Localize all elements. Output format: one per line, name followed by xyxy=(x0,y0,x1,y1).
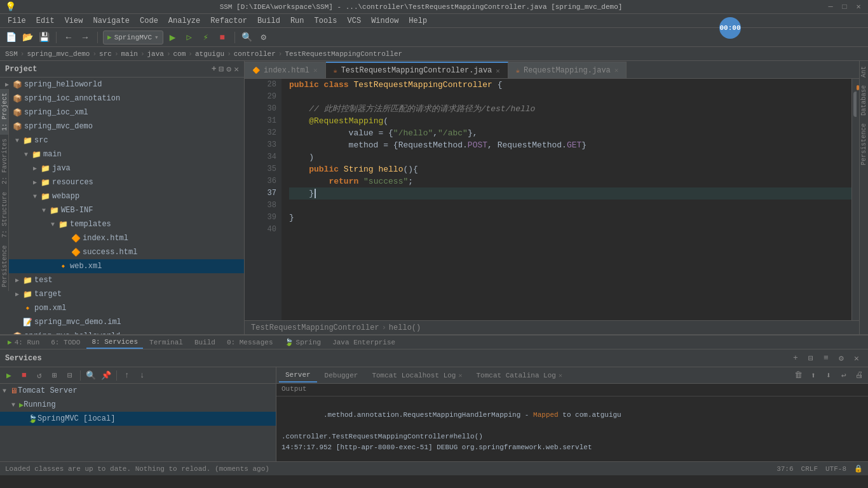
output-tab-server[interactable]: Server xyxy=(279,369,317,383)
services-run-button[interactable]: ▶ xyxy=(3,369,15,382)
tab-requestmapping[interactable]: ☕ RequestMapping.java ✕ xyxy=(508,62,627,78)
tree-item-java[interactable]: ▶ 📁 java xyxy=(0,161,244,175)
services-collapse-button[interactable]: ⊟ xyxy=(64,369,76,382)
run-button[interactable]: ▶ xyxy=(166,30,180,44)
menu-refactor[interactable]: Refactor xyxy=(205,15,252,27)
side-panel-project[interactable]: 1: Project xyxy=(0,89,8,135)
tree-item-resources[interactable]: ▶ 📁 resources xyxy=(0,175,244,189)
gear-icon[interactable]: ⚙ xyxy=(226,64,231,74)
scrollbar[interactable] xyxy=(851,79,859,320)
output-clear-button[interactable]: 🗑 xyxy=(792,369,804,382)
tree-item-target[interactable]: ▶ 📁 target xyxy=(0,287,244,301)
side-panel-persistence[interactable]: Persistence xyxy=(0,241,8,291)
collapse-button[interactable]: ⊟ xyxy=(219,64,224,74)
tree-item-spring-mvc-demo[interactable]: ▼ 📦 spring_mvc_demo xyxy=(0,119,244,133)
tab-index-html[interactable]: 🔶 index.html ✕ xyxy=(245,62,326,78)
services-restart-button[interactable]: ↺ xyxy=(33,369,46,382)
menu-build[interactable]: Build xyxy=(252,15,285,27)
run-tab-spring[interactable]: 🍃 Spring xyxy=(280,336,327,349)
tree-item-spring-helloworld[interactable]: ▶ 📦 spring_helloworld xyxy=(0,78,244,92)
menu-analyze[interactable]: Analyze xyxy=(163,15,205,27)
open-button[interactable]: 📂 xyxy=(20,30,34,44)
close-catalina-button[interactable]: ✕ xyxy=(559,372,562,379)
settings-button[interactable]: ⚙ xyxy=(257,30,271,44)
forward-button[interactable]: → xyxy=(78,30,92,44)
right-tab-ant[interactable]: Ant xyxy=(859,64,868,80)
output-tab-debugger[interactable]: Debugger xyxy=(318,369,365,383)
run-tab-terminal[interactable]: Terminal xyxy=(144,336,188,349)
services-filter-button[interactable]: ⊟ xyxy=(804,352,817,365)
services-tree-running[interactable]: ▼ ▶ Running xyxy=(0,398,276,412)
find-button[interactable]: 🔍 xyxy=(240,30,254,44)
services-expand-button[interactable]: ⊞ xyxy=(48,369,61,382)
services-close-button[interactable]: ✕ xyxy=(850,352,863,365)
close-log-button[interactable]: ✕ xyxy=(458,372,462,379)
tab-test-controller[interactable]: ☕ TestRequestMappingController.java ✕ xyxy=(326,62,508,78)
tree-item-spring-ioc-annotation[interactable]: ▶ 📦 spring_ioc_annotation xyxy=(0,92,244,105)
menu-vcs[interactable]: VCS xyxy=(342,15,367,27)
services-stop-button[interactable]: ■ xyxy=(18,369,31,382)
menu-window[interactable]: Window xyxy=(366,15,403,27)
right-tab-database[interactable]: Database xyxy=(859,83,868,118)
code-content[interactable]: public class TestRequestMappingControlle… xyxy=(281,79,851,320)
output-scroll-bottom[interactable]: ⬇ xyxy=(822,369,835,382)
new-file-button[interactable]: 📄 xyxy=(4,30,18,44)
right-tab-persistence[interactable]: Persistence xyxy=(859,121,868,168)
back-button[interactable]: ← xyxy=(62,30,76,44)
run-with-coverage-button[interactable]: ⚡ xyxy=(199,30,213,44)
services-group-button[interactable]: ≡ xyxy=(820,352,832,365)
run-tab-todo[interactable]: 6: TODO xyxy=(46,336,85,349)
services-settings-button[interactable]: ⚙ xyxy=(835,352,848,365)
side-panel-favorites[interactable]: 2: Favorites xyxy=(0,135,8,188)
tab-close-button[interactable]: ✕ xyxy=(614,66,619,74)
run-tab-messages[interactable]: 0: Messages xyxy=(222,336,278,349)
services-add-button[interactable]: + xyxy=(789,352,802,365)
run-tab-run[interactable]: ▶ 4: Run xyxy=(3,336,44,349)
menu-tools[interactable]: Tools xyxy=(309,15,342,27)
menu-code[interactable]: Code xyxy=(135,15,163,27)
tree-item-iml[interactable]: 📝 spring_mvc_demo.iml xyxy=(0,315,244,329)
side-panel-structure[interactable]: 7: Structure xyxy=(0,188,8,241)
tree-item-success-html[interactable]: 🔶 success.html xyxy=(0,245,244,259)
tree-item-webapp[interactable]: ▼ 📁 webapp xyxy=(0,189,244,203)
tab-close-button[interactable]: ✕ xyxy=(313,66,318,74)
tree-item-index-html[interactable]: 🔶 index.html xyxy=(0,231,244,245)
services-filter2-button[interactable]: 🔍 xyxy=(85,369,97,382)
close-panel-button[interactable]: ✕ xyxy=(234,64,239,74)
output-wrap-button[interactable]: ↩ xyxy=(837,369,850,382)
output-scroll-top[interactable]: ⬆ xyxy=(807,369,820,382)
debug-button[interactable]: ▷ xyxy=(182,30,196,44)
tree-item-pom-xml[interactable]: 🔸 pom.xml xyxy=(0,301,244,315)
menu-help[interactable]: Help xyxy=(403,15,432,27)
menu-navigate[interactable]: Navigate xyxy=(88,15,135,27)
run-tab-services[interactable]: 8: Services xyxy=(86,336,143,349)
output-print-button[interactable]: 🖨 xyxy=(853,369,865,382)
save-button[interactable]: 💾 xyxy=(37,30,51,44)
tree-item-webinf[interactable]: ▼ 📁 WEB-INF xyxy=(0,203,244,217)
tree-item-test[interactable]: ▶ 📁 test xyxy=(0,273,244,287)
services-pin-button[interactable]: 📌 xyxy=(100,369,112,382)
output-tab-localhost-log[interactable]: Tomcat Localhost Log ✕ xyxy=(365,369,468,383)
run-config-dropdown[interactable]: ▶ SpringMVC ▾ xyxy=(103,30,163,44)
add-project-button[interactable]: + xyxy=(212,64,217,74)
close-button[interactable]: ✕ xyxy=(854,3,863,11)
services-scroll-down[interactable]: ↓ xyxy=(136,369,149,382)
tab-close-button[interactable]: ✕ xyxy=(496,67,500,75)
maximize-button[interactable]: □ xyxy=(840,3,849,11)
tree-item-src[interactable]: ▼ 📁 src xyxy=(0,133,244,147)
tree-item-web-xml[interactable]: 🔸 web.xml xyxy=(0,259,244,273)
menu-run[interactable]: Run xyxy=(285,15,309,27)
run-tab-java-enterprise[interactable]: Java Enterprise xyxy=(327,336,400,349)
menu-edit[interactable]: Edit xyxy=(31,15,60,27)
tree-item-spring-mvc-hello[interactable]: ▶ 📦 spring_mvc_helloworld xyxy=(0,329,244,334)
menu-view[interactable]: View xyxy=(60,15,88,27)
services-tree-tomcat[interactable]: ▼ 🖥 Tomcat Server xyxy=(0,384,276,398)
minimize-button[interactable]: ─ xyxy=(826,3,835,11)
services-tree-springmvc[interactable]: 🍃 SpringMVC [local] xyxy=(0,412,276,426)
stop-button[interactable]: ■ xyxy=(215,30,229,44)
tree-item-spring-ioc-xml[interactable]: ▶ 📦 spring_ioc_xml xyxy=(0,105,244,119)
output-tab-catalina-log[interactable]: Tomcat Catalina Log ✕ xyxy=(470,369,568,383)
run-tab-build[interactable]: Build xyxy=(189,336,220,349)
tree-item-main[interactable]: ▼ 📁 main xyxy=(0,147,244,161)
services-scroll-up[interactable]: ↑ xyxy=(121,369,133,382)
